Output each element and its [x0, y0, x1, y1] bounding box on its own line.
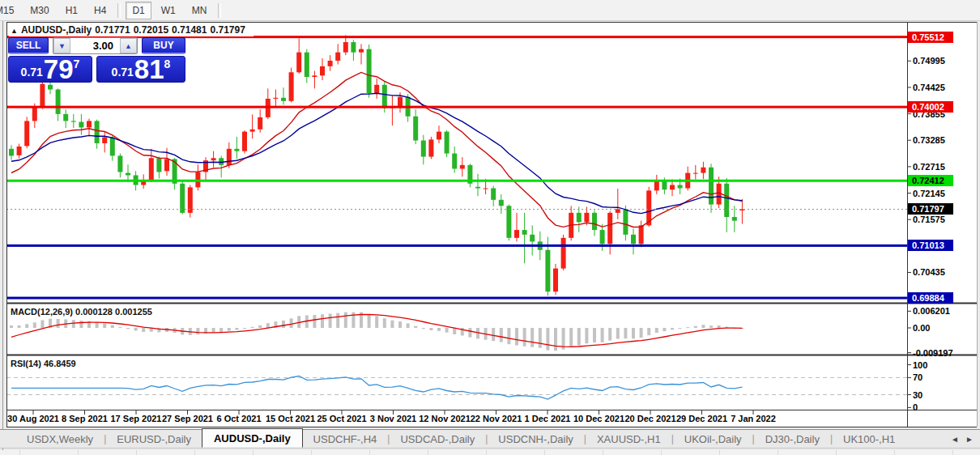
buy-button[interactable]: BUY	[142, 37, 185, 54]
ohlc-close: 0.71797	[210, 24, 245, 36]
tabs-scroll-right-button[interactable]: ►	[965, 435, 974, 444]
sell-button[interactable]: SELL	[8, 37, 49, 54]
mt4-terminal: M15M30H1H4D1W1MN 0.749950.744250.738550.…	[0, 0, 980, 455]
strip-tick	[778, 450, 778, 455]
volume-spinner: ▼ ▲	[53, 37, 138, 54]
buy-price-pip: 8	[164, 57, 171, 70]
strip-tick	[428, 450, 428, 455]
volume-input[interactable]	[70, 38, 120, 53]
tabs-scroll-left-button[interactable]: ◄	[951, 435, 959, 444]
toolbar-separator	[117, 3, 121, 18]
chart-tab-usdcad-daily[interactable]: USDCAD-,Daily	[390, 431, 485, 448]
toolbar-separator	[218, 3, 221, 18]
one-click-trading-widget: SELL ▼ ▲ BUY 0.71 79 7 0.71 81 8	[8, 37, 185, 83]
timeframe-button-m30[interactable]: M30	[23, 2, 55, 19]
buy-price-big: 81	[134, 57, 164, 81]
strip-tick	[78, 450, 79, 455]
collapse-arrow-icon[interactable]: ▲	[11, 27, 18, 35]
sell-price-pip: 7	[74, 57, 80, 70]
chart-tab-ukoil-daily[interactable]: UKOil-,Daily	[674, 431, 752, 448]
strip-tick	[253, 450, 254, 455]
chart-tab-dj30-daily[interactable]: DJ30-,Daily	[755, 431, 830, 448]
volume-decrease-button[interactable]: ▼	[53, 38, 70, 53]
timeframe-button-h4[interactable]: H4	[87, 2, 113, 19]
window-left-edge	[2, 21, 3, 450]
ohlc-high: 0.72015	[134, 24, 168, 36]
timeframe-button-w1[interactable]: W1	[155, 2, 182, 19]
strip-tick	[603, 450, 603, 455]
chart-tab-uk100-h1[interactable]: UK100-,H1	[833, 431, 905, 448]
buy-price-panel[interactable]: 0.71 81 8	[96, 56, 185, 83]
timeframe-button-h1[interactable]: H1	[59, 2, 84, 19]
price-axis[interactable]	[908, 23, 977, 427]
bottom-strip	[0, 450, 980, 455]
window-right-edge	[977, 22, 978, 427]
buy-price-prefix: 0.71	[112, 66, 134, 79]
strip-tick	[894, 450, 895, 455]
strip-tick	[136, 450, 137, 455]
strip-tick	[311, 450, 312, 455]
symbol-period-label: AUDUSD-,Daily	[21, 24, 92, 36]
strip-tick	[719, 450, 720, 455]
chart-tab-eurusd-daily[interactable]: EURUSD-,Daily	[106, 431, 202, 448]
chart-tab-usdx-weekly[interactable]: USDX,Weekly	[16, 431, 104, 448]
strip-tick	[836, 450, 837, 455]
chart-tab-audusd-daily[interactable]: AUDUSD-,Daily	[202, 428, 303, 448]
chart-tab-bar: USDX,Weekly|EURUSD-,DailyAUDUSD-,DailyUS…	[0, 429, 980, 449]
strip-tick	[369, 450, 370, 455]
strip-tick	[194, 450, 195, 455]
chart-tab-xauusd-h1[interactable]: XAUUSD-,H1	[586, 431, 671, 448]
ohlc-low: 0.71481	[172, 24, 207, 36]
strip-tick	[486, 450, 487, 455]
sell-price-prefix: 0.71	[21, 66, 43, 79]
chart-tab-usdchf-h4[interactable]: USDCHF-,H4	[303, 431, 388, 448]
strip-tick	[661, 450, 662, 455]
strip-tick	[952, 450, 953, 455]
macd-indicator-label: MACD(12,26,9) 0.000128 0.001255	[11, 307, 152, 317]
strip-tick	[544, 450, 545, 455]
rsi-indicator-label: RSI(14) 46.8459	[11, 359, 76, 368]
volume-increase-button[interactable]: ▲	[120, 38, 137, 53]
ohlc-open: 0.71771	[95, 24, 130, 36]
timeframe-button-m15[interactable]: M15	[0, 2, 20, 19]
timeframe-toolbar: M15M30H1H4D1W1MN	[0, 0, 980, 21]
sell-price-big: 79	[44, 57, 74, 81]
chart-tab-usdcnh-daily[interactable]: USDCNH-,Daily	[488, 431, 583, 448]
sell-price-panel[interactable]: 0.71 79 7	[8, 56, 92, 83]
strip-tick	[19, 450, 20, 455]
chart-title: ▲AUDUSD-,Daily0.717710.720150.714810.717…	[9, 24, 254, 36]
timeframe-button-d1[interactable]: D1	[126, 2, 151, 19]
timeframe-button-mn[interactable]: MN	[185, 2, 214, 19]
